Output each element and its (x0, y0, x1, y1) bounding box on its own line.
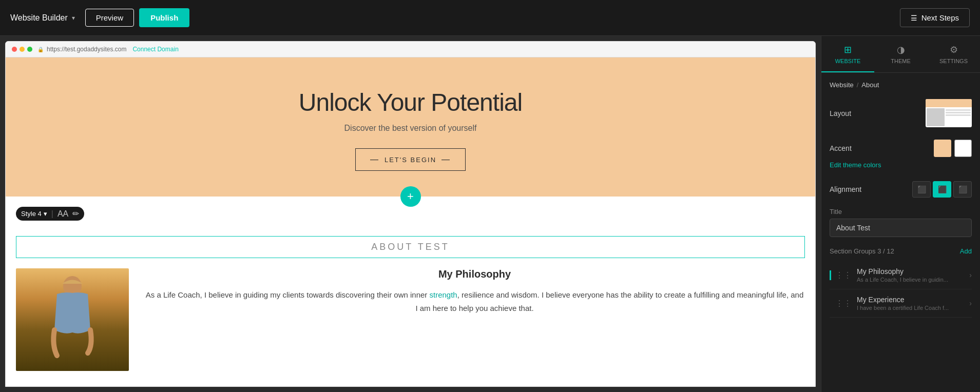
panel-tabs: ⊞ WEBSITE ◑ THEME ⚙ SETTINGS (821, 36, 980, 73)
toolbar-divider: | (51, 209, 53, 219)
style-selector[interactable]: Style 4 ▾ (21, 210, 47, 218)
brand-chevron-icon[interactable]: ▾ (72, 14, 75, 22)
dot-red (12, 47, 17, 52)
alignment-row: Alignment ⬛ ⬛ ⬛ (830, 181, 972, 198)
breadcrumb-current: About (861, 81, 879, 89)
accent-color-peach[interactable] (934, 140, 951, 157)
layout-line-3 (946, 114, 971, 116)
right-panel: ⊞ WEBSITE ◑ THEME ⚙ SETTINGS Website / A… (821, 36, 980, 392)
add-section-button[interactable]: + (400, 186, 421, 207)
alignment-label: Alignment (830, 185, 861, 193)
group-info-experience: My Experience I have been a certified Li… (857, 296, 964, 311)
cta-dash-left: — (370, 155, 379, 164)
tab-theme[interactable]: ◑ THEME (874, 36, 927, 72)
about-content: My Philosophy As a Life Coach, I believe… (16, 268, 805, 371)
layout-line-2 (946, 112, 971, 113)
group-name-experience: My Experience (857, 296, 964, 304)
dot-yellow (20, 47, 25, 52)
brush-icon[interactable]: ✏ (72, 209, 79, 219)
font-icon[interactable]: AA (57, 209, 68, 219)
layout-section: Layout (830, 99, 972, 127)
cta-dash-right: — (441, 155, 451, 164)
website-tab-icon: ⊞ (844, 44, 852, 55)
browser-dots (12, 47, 32, 52)
philosophy-title: My Philosophy (144, 268, 805, 280)
about-section-title: ABOUT TEST (25, 242, 796, 252)
publish-button[interactable]: Publish (139, 8, 189, 27)
about-image-inner (16, 268, 129, 371)
layout-label: Layout (830, 109, 851, 117)
title-section: Title (830, 208, 972, 247)
tab-theme-label: THEME (891, 58, 911, 64)
group-preview-experience: I have been a certified Life Coach f... (857, 305, 964, 311)
group-chevron-2: › (969, 299, 972, 307)
group-name-philosophy: My Philosophy (857, 267, 964, 276)
lock-icon: 🔒 (37, 47, 44, 52)
tab-settings-label: SETTINGS (939, 58, 968, 64)
layout-line-1 (946, 109, 971, 111)
about-image (16, 268, 129, 371)
preview-button[interactable]: Preview (85, 9, 134, 27)
align-left-icon: ⬛ (917, 185, 926, 193)
brand: Website Builder ▾ (10, 13, 75, 23)
hero-section: Unlock Your Potential Discover the best … (6, 57, 815, 197)
settings-tab-icon: ⚙ (950, 44, 958, 55)
url-text: https://test.godaddysites.com (47, 46, 126, 53)
browser-chrome: 🔒 https://test.godaddysites.com Connect … (5, 41, 816, 387)
theme-tab-icon: ◑ (897, 44, 905, 55)
main-layout: 🔒 https://test.godaddysites.com Connect … (0, 36, 980, 392)
next-steps-label: Next Steps (921, 13, 959, 22)
align-right-icon: ⬛ (958, 185, 967, 193)
layout-preview[interactable] (926, 99, 972, 127)
drag-handle-1: ⋮⋮ (830, 270, 852, 280)
drag-handle-2: ⋮⋮ (830, 299, 852, 308)
style-label: Style 4 (21, 210, 42, 218)
add-section-group-button[interactable]: Add (960, 247, 972, 255)
layout-preview-img (927, 108, 945, 126)
align-center-button[interactable]: ⬛ (933, 181, 951, 198)
tab-website-label: WEBSITE (835, 58, 861, 64)
breadcrumb-parent[interactable]: Website (830, 81, 854, 89)
hero-subtitle: Discover the best version of yourself (16, 124, 805, 133)
cta-label: LET'S BEGIN (385, 156, 436, 164)
layout-preview-body (926, 107, 972, 127)
about-section: ABOUT TEST (6, 226, 815, 386)
group-item-philosophy[interactable]: ⋮⋮ My Philosophy As a Life Coach, I beli… (830, 261, 972, 289)
panel-content: Website / About Layout (821, 73, 980, 326)
tab-settings[interactable]: ⚙ SETTINGS (927, 36, 980, 72)
style-chevron-icon: ▾ (44, 210, 47, 218)
layout-row: Layout (830, 99, 972, 127)
align-left-button[interactable]: ⬛ (912, 181, 931, 198)
accent-row: Accent (830, 140, 972, 157)
canvas-area: 🔒 https://test.godaddysites.com Connect … (0, 36, 821, 392)
help-text: help you achieve that. (459, 304, 534, 312)
group-info-philosophy: My Philosophy As a Life Coach, I believe… (857, 267, 964, 283)
align-center-icon: ⬛ (938, 185, 947, 193)
section-groups-header: Section Groups 3 / 12 Add (830, 247, 972, 255)
edit-theme-link[interactable]: Edit theme colors (830, 161, 972, 169)
section-toolbar: Style 4 ▾ | AA ✏ (16, 207, 84, 221)
about-text-area: My Philosophy As a Life Coach, I believe… (144, 268, 805, 315)
accent-section: Accent Edit theme colors (830, 140, 972, 169)
group-item-experience[interactable]: ⋮⋮ My Experience I have been a certified… (830, 289, 972, 318)
breadcrumb-separator: / (857, 81, 859, 89)
layout-preview-header (926, 99, 972, 107)
tab-website[interactable]: ⊞ WEBSITE (821, 36, 874, 72)
highlight-strength: strength (430, 290, 457, 299)
next-steps-button[interactable]: Next Steps (900, 8, 970, 27)
hero-cta-button[interactable]: — LET'S BEGIN — (355, 148, 466, 171)
browser-url: 🔒 https://test.godaddysites.com Connect … (37, 46, 179, 53)
title-input[interactable] (830, 219, 972, 237)
hero-title: Unlock Your Potential (16, 88, 805, 116)
figure-svg (47, 273, 98, 366)
breadcrumb: Website / About (830, 81, 972, 89)
group-chevron-1: › (969, 271, 972, 279)
connect-domain-link[interactable]: Connect Domain (132, 46, 178, 53)
align-right-button[interactable]: ⬛ (953, 181, 972, 198)
title-label: Title (830, 208, 972, 215)
layout-preview-text (946, 108, 971, 126)
accent-colors (934, 140, 972, 157)
section-groups: Section Groups 3 / 12 Add ⋮⋮ My Philosop… (830, 247, 972, 318)
brand-name: Website Builder (10, 13, 68, 23)
accent-color-white[interactable] (954, 140, 972, 157)
